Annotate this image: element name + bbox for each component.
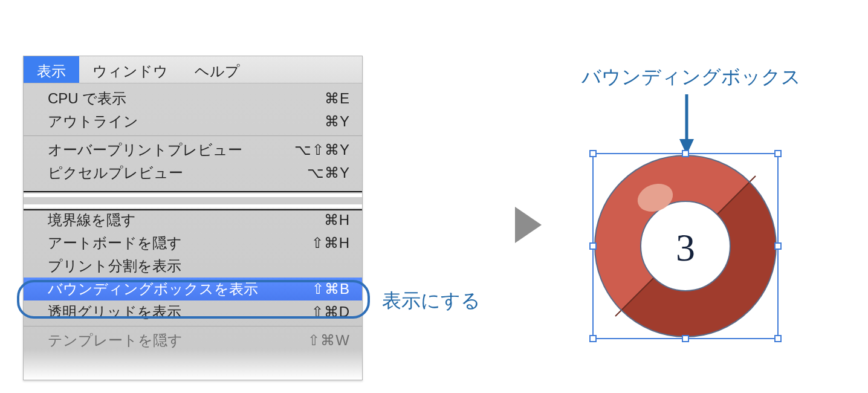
menu-separator (24, 326, 362, 326)
menu-item-cpu-preview[interactable]: CPU で表示 ⌘E (24, 87, 362, 110)
menu-item-hide-edges[interactable]: 境界線を隠す ⌘H (24, 209, 362, 232)
menu-item-pixel-preview[interactable]: ピクセルプレビュー ⌥⌘Y (24, 161, 362, 184)
annotation-bounding-box-label: バウンディングボックス (581, 64, 801, 91)
cut-line-icon (24, 209, 362, 210)
arrow-down-icon (675, 94, 699, 157)
bbox-handle-w[interactable] (589, 242, 597, 250)
menu-item-label: ピクセルプレビュー (48, 163, 183, 183)
arrow-right-icon (515, 207, 542, 243)
bbox-handle-sw[interactable] (589, 335, 597, 342)
view-menu-body: CPU で表示 ⌘E アウトライン ⌘Y オーバープリントプレビュー ⌥⇧⌘Y … (24, 83, 362, 380)
bbox-handle-s[interactable] (682, 335, 689, 342)
menu-item-shortcut: ⇧⌘B (312, 281, 350, 297)
menu-item-label: バウンディングボックスを表示 (48, 279, 258, 299)
bbox-handle-ne[interactable] (774, 150, 782, 157)
menu-item-label: テンプレートを隠す (48, 331, 183, 350)
menu-item-label: アートボードを隠す (48, 233, 182, 253)
menubar-item-label: ウィンドウ (92, 62, 168, 81)
ball-artwork: 3 (594, 154, 777, 338)
menu-item-shortcut: ⌘E (325, 90, 350, 107)
fade-bottom (24, 349, 362, 380)
cut-gap (24, 193, 362, 197)
bbox-handle-e[interactable] (774, 242, 782, 250)
menubar-item-label: 表示 (37, 62, 66, 81)
cut-gap (24, 204, 362, 208)
app-menubar: 表示 ウィンドウ ヘルプ (24, 56, 362, 83)
bbox-handle-nw[interactable] (589, 150, 597, 157)
menu-item-label: CPU で表示 (48, 89, 126, 108)
menu-item-label: アウトライン (48, 112, 138, 131)
bbox-handle-n[interactable] (682, 150, 689, 157)
menu-separator (24, 135, 362, 136)
menu-item-label: オーバープリントプレビュー (48, 140, 242, 160)
menu-item-show-transparency-grid[interactable]: 透明グリッドを表示 ⇧⌘D (24, 300, 362, 323)
menu-item-overprint-preview[interactable]: オーバープリントプレビュー ⌥⇧⌘Y (24, 138, 362, 161)
menubar-item-view[interactable]: 表示 (24, 56, 79, 83)
menubar-item-label: ヘルプ (195, 62, 240, 81)
bounding-box[interactable]: 3 (592, 153, 779, 339)
menubar-item-window[interactable]: ウィンドウ (79, 56, 181, 83)
menu-item-label: プリント分割を表示 (48, 256, 181, 276)
menu-item-show-print-tiling[interactable]: プリント分割を表示 (24, 255, 362, 278)
menu-item-hide-artboards[interactable]: アートボードを隠す ⇧⌘H (24, 232, 362, 255)
menu-item-label: 透明グリッドを表示 (48, 302, 181, 322)
menu-item-shortcut: ⇧⌘H (311, 235, 350, 252)
menu-item-outline[interactable]: アウトライン ⌘Y (24, 110, 362, 133)
view-menu-panel: 表示 ウィンドウ ヘルプ CPU で表示 ⌘E アウトライン ⌘Y オーバープリ… (23, 56, 363, 380)
menu-item-shortcut: ⌥⌘Y (307, 164, 350, 181)
menu-item-shortcut: ⇧⌘W (308, 332, 350, 349)
menu-item-shortcut: ⇧⌘D (311, 304, 350, 320)
bbox-handle-se[interactable] (774, 335, 782, 342)
menu-item-shortcut: ⌥⇧⌘Y (294, 141, 350, 158)
annotation-make-visible: 表示にする (382, 288, 481, 314)
menu-item-show-bounding-box[interactable]: バウンディングボックスを表示 ⇧⌘B (24, 278, 362, 300)
menu-item-label: 境界線を隠す (48, 210, 136, 230)
cut-line-icon (24, 191, 362, 192)
menu-item-shortcut: ⌘Y (325, 113, 350, 130)
menu-item-hide-template[interactable]: テンプレートを隠す ⇧⌘W (24, 329, 362, 352)
menubar-item-help[interactable]: ヘルプ (181, 56, 253, 83)
ball-number: 3 (676, 226, 695, 269)
menu-item-shortcut: ⌘H (324, 212, 350, 229)
